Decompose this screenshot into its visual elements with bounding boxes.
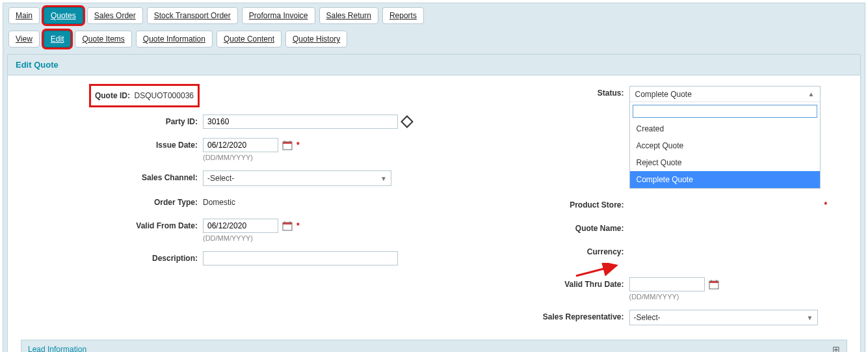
chevron-down-icon: ▼ bbox=[380, 175, 387, 182]
chevron-up-icon: ▲ bbox=[808, 90, 815, 98]
tab-sales-order[interactable]: Sales Order bbox=[87, 7, 143, 24]
top-tabstrip: Main Quotes Sales Order Stock Transport … bbox=[3, 3, 865, 28]
lookup-icon[interactable] bbox=[402, 116, 412, 127]
product-store-label: Product Store: bbox=[434, 198, 629, 212]
subtab-content[interactable]: Quote Content bbox=[217, 31, 282, 47]
sales-rep-label: Sales Representative: bbox=[434, 310, 629, 324]
required-mark: * bbox=[824, 200, 828, 210]
tab-sales-return[interactable]: Sales Return bbox=[319, 7, 378, 24]
lead-info-section[interactable]: Lead Information ⊞ bbox=[21, 340, 847, 352]
status-dropdown: Created Accept Quote Reject Quote Comple… bbox=[630, 102, 820, 188]
issue-date-input[interactable] bbox=[203, 138, 278, 152]
order-type-label: Order Type: bbox=[21, 195, 203, 210]
sales-channel-select[interactable]: -Select- ▼ bbox=[203, 170, 391, 186]
party-id-input[interactable] bbox=[203, 115, 398, 129]
currency-label: Currency: bbox=[434, 245, 629, 259]
status-option-created[interactable]: Created bbox=[630, 120, 820, 137]
status-label: Status: bbox=[434, 86, 629, 100]
calendar-icon[interactable] bbox=[709, 279, 719, 290]
quote-name-label: Quote Name: bbox=[434, 221, 629, 236]
lead-info-label: Lead Information bbox=[28, 345, 86, 352]
party-id-label: Party ID: bbox=[21, 115, 203, 129]
subtab-edit[interactable]: Edit bbox=[44, 31, 72, 47]
valid-thru-label: Valid Thru Date: bbox=[434, 277, 629, 291]
sub-tabstrip: View Edit Quote Items Quote Information … bbox=[3, 28, 865, 51]
edit-quote-panel: Edit Quote Quote ID: DSQUOT000036 Party … bbox=[7, 54, 861, 352]
expand-icon[interactable]: ⊞ bbox=[832, 344, 840, 352]
issue-date-label: Issue Date: bbox=[21, 138, 203, 152]
issue-date-hint: (DD/MM/YYYY) bbox=[203, 154, 300, 161]
svg-rect-1 bbox=[283, 142, 292, 144]
valid-from-label: Valid From Date: bbox=[21, 219, 203, 233]
panel-title: Edit Quote bbox=[8, 55, 860, 75]
quote-id-value: DSQUOT000036 bbox=[135, 91, 194, 100]
tab-main[interactable]: Main bbox=[8, 7, 40, 24]
status-option-complete[interactable]: Complete Quote bbox=[630, 171, 820, 188]
status-option-reject[interactable]: Reject Quote bbox=[630, 154, 820, 171]
valid-from-input[interactable] bbox=[203, 219, 278, 233]
valid-thru-hint: (DD/MM/YYYY) bbox=[629, 293, 719, 301]
status-select[interactable]: Complete Quote ▲ Created Accept Quote Re… bbox=[629, 86, 821, 189]
tab-quotes[interactable]: Quotes bbox=[44, 7, 83, 24]
tab-reports[interactable]: Reports bbox=[382, 7, 424, 24]
calendar-icon[interactable] bbox=[282, 221, 293, 231]
status-option-accept[interactable]: Accept Quote bbox=[630, 137, 820, 154]
status-search-input[interactable] bbox=[633, 105, 817, 118]
status-selected-value: Complete Quote bbox=[635, 90, 692, 99]
svg-rect-10 bbox=[709, 281, 718, 283]
subtab-info[interactable]: Quote Information bbox=[136, 31, 213, 47]
description-input[interactable] bbox=[203, 251, 398, 265]
arrow-annotation-icon bbox=[575, 263, 620, 278]
left-column: Quote ID: DSQUOT000036 Party ID: bbox=[21, 86, 434, 334]
sales-channel-value: -Select- bbox=[207, 174, 234, 183]
valid-thru-input[interactable] bbox=[629, 277, 705, 291]
required-mark: * bbox=[296, 221, 300, 230]
required-mark: * bbox=[296, 141, 300, 150]
sales-rep-value: -Select- bbox=[634, 313, 661, 322]
valid-from-hint: (DD/MM/YYYY) bbox=[203, 234, 300, 242]
sales-channel-label: Sales Channel: bbox=[21, 170, 203, 185]
right-column: Status: Complete Quote ▲ Created bbox=[434, 86, 848, 334]
quote-id-label: Quote ID: bbox=[95, 91, 130, 100]
svg-line-8 bbox=[576, 265, 616, 276]
chevron-down-icon: ▼ bbox=[807, 314, 813, 321]
svg-rect-5 bbox=[283, 223, 292, 224]
order-type-value: Domestic bbox=[203, 195, 235, 210]
subtab-history[interactable]: Quote History bbox=[285, 31, 347, 47]
tab-stock-transport[interactable]: Stock Transport Order bbox=[147, 7, 238, 24]
tab-proforma[interactable]: Proforma Invoice bbox=[242, 7, 315, 24]
subtab-items[interactable]: Quote Items bbox=[75, 31, 131, 47]
sales-rep-select[interactable]: -Select- ▼ bbox=[629, 310, 818, 325]
calendar-icon[interactable] bbox=[282, 140, 293, 150]
panel-body: Quote ID: DSQUOT000036 Party ID: bbox=[8, 75, 860, 352]
description-label: Description: bbox=[21, 251, 203, 265]
subtab-view[interactable]: View bbox=[8, 31, 40, 47]
